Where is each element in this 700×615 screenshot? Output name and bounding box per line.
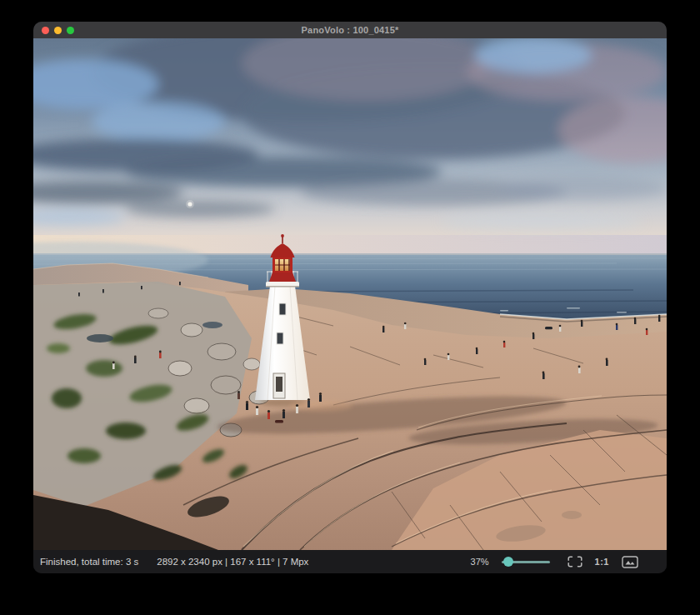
window-title: PanoVolo : 100_0415* (302, 25, 399, 35)
traffic-lights (42, 22, 74, 38)
zoom-slider-thumb[interactable] (503, 557, 513, 567)
image-preview-icon (622, 556, 638, 568)
fit-to-window-button[interactable] (568, 553, 582, 570)
zoom-button[interactable] (67, 27, 74, 34)
minimize-button[interactable] (54, 27, 62, 34)
fit-to-window-icon (568, 556, 582, 568)
panorama-image (33, 38, 667, 550)
actual-size-button[interactable]: 1:1 (595, 553, 609, 570)
close-button[interactable] (42, 27, 49, 34)
zoom-slider[interactable] (502, 556, 550, 568)
preview-toggle-button[interactable] (622, 553, 638, 570)
titlebar[interactable]: PanoVolo : 100_0415* (33, 22, 667, 38)
image-info: 2892 x 2340 px | 167 x 111° | 7 Mpx (157, 557, 308, 567)
app-window: PanoVolo : 100_0415* (33, 22, 667, 573)
actual-size-label: 1:1 (595, 557, 609, 567)
photo-canvas[interactable] (33, 38, 667, 550)
statusbar: Finished, total time: 3 s 2892 x 2340 px… (33, 550, 667, 573)
status-text: Finished, total time: 3 s (40, 557, 138, 567)
zoom-percent-label: 37% (471, 557, 489, 567)
